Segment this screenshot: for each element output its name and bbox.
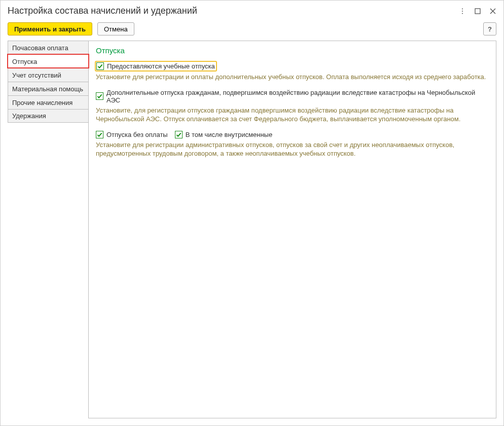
sidebar-item-label: Отпуска bbox=[12, 58, 37, 65]
settings-window: Настройка состава начислений и удержаний… bbox=[0, 0, 504, 426]
sidebar-item-label: Прочие начисления bbox=[12, 99, 73, 106]
option-unpaid[interactable]: Отпуска без оплаты bbox=[96, 131, 168, 138]
sidebar-item-other-accruals[interactable]: Прочие начисления bbox=[8, 95, 89, 109]
checkbox-unpaid[interactable] bbox=[96, 131, 103, 138]
sidebar-item-material-aid[interactable]: Материальная помощь bbox=[8, 82, 89, 95]
body: Почасовая оплата Отпуска Учет отсутствий… bbox=[1, 41, 503, 425]
sidebar-item-label: Учет отсутствий bbox=[12, 72, 61, 79]
sidebar-item-label: Почасовая оплата bbox=[12, 44, 68, 52]
close-icon[interactable] bbox=[489, 8, 496, 15]
cancel-button[interactable]: Отмена bbox=[97, 22, 134, 36]
sidebar-item-absences[interactable]: Учет отсутствий bbox=[8, 68, 89, 82]
svg-point-2 bbox=[462, 13, 463, 14]
titlebar: Настройка состава начислений и удержаний bbox=[1, 1, 503, 20]
help-button[interactable]: ? bbox=[483, 22, 496, 36]
svg-rect-3 bbox=[475, 9, 480, 14]
toolbar: Применить и закрыть Отмена ? bbox=[1, 20, 503, 41]
kebab-menu-icon[interactable] bbox=[459, 8, 466, 15]
checkbox-study-leave[interactable] bbox=[96, 62, 104, 70]
checkbox-chernobyl[interactable] bbox=[96, 92, 103, 100]
svg-point-0 bbox=[462, 8, 463, 9]
option-unpaid-row: Отпуска без оплаты В том числе внутрисме… bbox=[96, 131, 489, 138]
window-controls bbox=[459, 8, 496, 15]
checkbox-label: Отпуска без оплаты bbox=[106, 131, 168, 138]
option-unpaid-inshift[interactable]: В том числе внутрисменные bbox=[175, 131, 272, 138]
sidebar: Почасовая оплата Отпуска Учет отсутствий… bbox=[8, 41, 89, 418]
content-panel: Отпуска Предоставляются учебные отпуска … bbox=[88, 41, 496, 418]
maximize-icon[interactable] bbox=[474, 8, 481, 15]
sidebar-item-vacations[interactable]: Отпуска bbox=[8, 54, 89, 68]
option-study-leave[interactable]: Предоставляются учебные отпуска bbox=[96, 62, 216, 70]
hint-unpaid: Установите для регистрации административ… bbox=[96, 140, 489, 158]
checkbox-unpaid-inshift[interactable] bbox=[175, 131, 183, 138]
sidebar-item-label: Материальная помощь bbox=[12, 85, 83, 93]
option-chernobyl[interactable]: Дополнительные отпуска гражданам, подвер… bbox=[96, 89, 489, 104]
sidebar-item-hourly[interactable]: Почасовая оплата bbox=[8, 41, 89, 54]
sidebar-item-deductions[interactable]: Удержания bbox=[8, 109, 89, 123]
checkbox-label: Дополнительные отпуска гражданам, подвер… bbox=[106, 89, 489, 104]
apply-and-close-button[interactable]: Применить и закрыть bbox=[8, 22, 92, 36]
option-study-leave-row: Предоставляются учебные отпуска bbox=[96, 62, 489, 70]
content-title: Отпуска bbox=[96, 46, 489, 55]
window-title: Настройка состава начислений и удержаний bbox=[8, 6, 459, 16]
sidebar-item-label: Удержания bbox=[12, 112, 46, 120]
svg-point-1 bbox=[462, 10, 463, 11]
checkbox-label: Предоставляются учебные отпуска bbox=[107, 62, 215, 70]
hint-chernobyl: Установите, для регистрации отпусков гра… bbox=[96, 106, 489, 124]
option-chernobyl-row: Дополнительные отпуска гражданам, подвер… bbox=[96, 89, 489, 104]
hint-study-leave: Установите для регистрации и оплаты допо… bbox=[96, 73, 489, 82]
checkbox-label: В том числе внутрисменные bbox=[186, 131, 272, 138]
